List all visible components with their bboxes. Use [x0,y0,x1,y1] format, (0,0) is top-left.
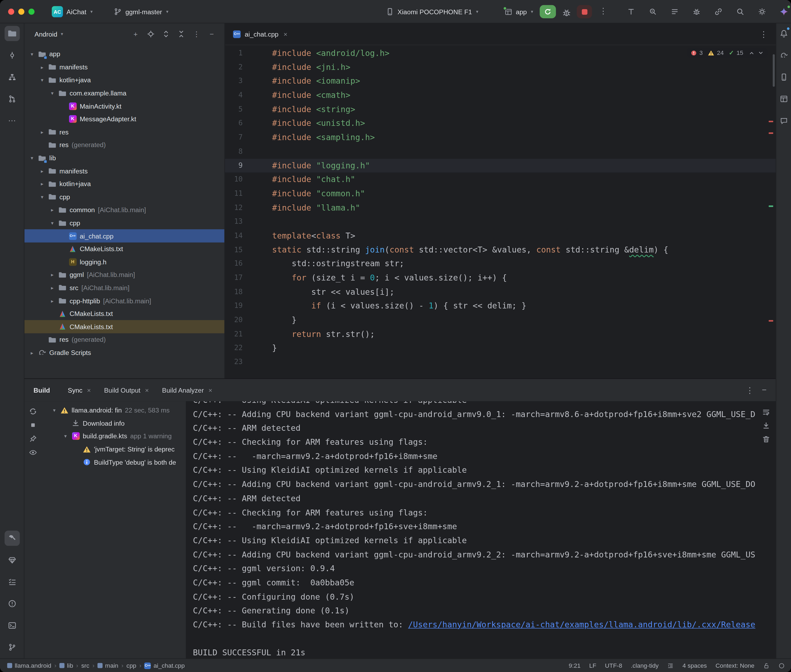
console-line[interactable]: BUILD SUCCESSFUL in 21s [193,646,776,658]
tree-item-jvmtarget-string-is-deprec[interactable]: 'jvmTarget: String' is deprec [24,443,186,456]
close-tab-icon[interactable]: × [145,386,149,394]
code-line-2[interactable]: #include <jni.h> [225,60,776,74]
locate-file-button[interactable] [145,28,157,40]
code-line-13[interactable] [225,214,776,229]
cursor-position-widget[interactable]: 9:21 [569,662,581,669]
console-line[interactable]: C/C++: -- Generating done (0.1s) [193,604,776,618]
expand-all-button[interactable] [160,28,172,40]
project-view-selector[interactable]: Android ▾ [34,30,63,38]
tree-item-lib[interactable]: ▾lib [24,152,225,165]
inspections-widget[interactable]: 3 24 ✓ 15 [687,48,768,58]
tree-item-cmakelists-txt[interactable]: CMakeLists.txt [24,243,225,256]
structure-tool-button[interactable] [4,69,20,85]
code-line-14[interactable]: template<class T> [225,229,776,243]
tree-item-build-gradle-kts[interactable]: ▾Kbuild.gradle.ktsapp 1 warning [24,430,186,443]
editor-options-icon[interactable]: ⋮ [759,29,776,39]
collapse-all-button[interactable] [175,28,187,40]
panel-options-button[interactable]: ⋮ [190,28,202,40]
tab-sync[interactable]: Sync× [61,379,98,401]
editor-body[interactable]: #include <android/log.h>#include <jni.h>… [225,45,776,378]
stop-button[interactable] [577,5,592,18]
version-control-tool-button[interactable] [4,640,20,655]
commit-tool-button[interactable] [4,48,20,63]
console-line[interactable]: C/C++: -- Adding CPU backend variant ggm… [193,547,776,562]
console-link[interactable]: /Users/hanyin/Workspace/ai-chat/examples… [408,620,755,629]
console-line[interactable]: C/C++: -- ggml commit: 0a0bba05e [193,576,776,590]
console-line[interactable]: C/C++: -- Adding CPU backend variant ggm… [193,407,776,421]
code-line-8[interactable] [225,144,776,158]
chevron-expanded-icon[interactable]: ▾ [38,77,46,83]
problems-tool-button[interactable] [4,596,20,611]
chevron-collapsed-icon[interactable]: ▸ [38,181,46,187]
tree-item-res[interactable]: ▸res [24,126,225,139]
code-line-20[interactable]: } [225,313,776,327]
link-tool-button[interactable] [712,6,725,18]
tree-item-cpp[interactable]: ▾cpp [24,190,225,203]
console-line[interactable]: C/C++: -- Build files have been written … [193,618,776,632]
chevron-expanded-icon[interactable]: ▾ [48,90,56,96]
build-tool-button[interactable] [4,531,20,546]
tab-ai-chat-cpp[interactable]: C++ ai_chat.cpp × [225,23,294,45]
project-tool-button[interactable] [4,26,20,41]
tree-item-src[interactable]: ▸src[AiChat.lib.main] [24,281,225,294]
console-line[interactable]: C/C++: -- Configuring done (0.7s) [193,590,776,604]
chevron-collapsed-icon[interactable]: ▸ [38,130,46,135]
device-manager-button[interactable] [778,71,789,83]
indent-widget[interactable]: 4 spaces [682,662,707,669]
code-line-5[interactable]: #include <string> [225,102,776,117]
code-line-19[interactable]: if (i < values.size() - 1) { str << deli… [225,299,776,313]
tree-item-app[interactable]: ▾app [24,48,225,61]
tree-item-ggml[interactable]: ▸ggml[AiChat.lib.main] [24,268,225,281]
chevron-collapsed-icon[interactable]: ▸ [48,272,56,278]
code-line-15[interactable]: static std::string join(const std::vecto… [225,243,776,257]
device-selector[interactable]: Xiaomi POCOPHONE F1 ▾ [383,4,481,19]
status-indicator-button[interactable] [778,662,785,669]
build-panel-options-icon[interactable]: ⋮ [746,386,754,395]
task-list-button[interactable] [669,6,681,18]
code-search-button[interactable] [647,6,659,18]
error-stripe-mark[interactable] [769,121,773,122]
code-line-16[interactable]: std::ostringstream str; [225,257,776,271]
tree-item-common[interactable]: ▸common[AiChat.lib.main] [24,203,225,216]
console-line[interactable]: C/C++: -- Using KleidiAI optimized kerne… [193,463,776,477]
tree-item-mainactivity-kt[interactable]: KMainActivity.kt [24,99,225,112]
more-actions-icon[interactable]: ⋮ [599,6,607,16]
tree-item-kotlin-java[interactable]: ▾kotlin+java [24,74,225,86]
console-line[interactable]: C/C++: -- -march=armv9.2-a+dotprod+fp16+… [193,520,776,533]
clear-console-icon[interactable] [762,435,770,443]
line-number-gutter[interactable]: 1234567891011121314151617181920212223 [225,46,243,369]
breadcrumb-item-main[interactable]: main [98,662,118,669]
terminal-tool-button[interactable] [4,618,20,633]
vcs-branch-selector[interactable]: ggml-master ▾ [111,4,172,19]
soft-wrap-icon[interactable] [762,408,770,416]
chevron-expanded-icon[interactable]: ▾ [48,220,56,226]
zoom-window-button[interactable] [29,9,35,15]
hide-build-panel-icon[interactable]: − [762,386,767,395]
layout-inspector-button[interactable] [778,93,789,105]
breadcrumb-item-ai-chat-cpp[interactable]: C++ai_chat.cpp [144,662,185,669]
code-line-17[interactable]: for (size_t i = 0; i < values.size(); i+… [225,271,776,285]
code-style-button[interactable] [667,662,674,669]
chevron-collapsed-icon[interactable]: ▸ [38,64,46,70]
console-line[interactable]: C/C++: -- ggml version: 0.9.4 [193,562,776,576]
build-console[interactable]: C/C++: -- Using KleidiAI optimized kerne… [186,401,776,658]
tree-item-logging-h[interactable]: Hlogging.h [24,256,225,268]
chevron-collapsed-icon[interactable]: ▸ [48,298,56,304]
chevron-expanded-icon[interactable]: ▾ [61,434,69,439]
line-separator-widget[interactable]: LF [589,662,596,669]
tree-item-kotlin-java[interactable]: ▸kotlin+java [24,178,225,190]
code-line-4[interactable]: #include <cmath> [225,88,776,102]
breadcrumb-item-cpp[interactable]: cpp [127,662,136,669]
close-tab-icon[interactable]: × [208,386,212,394]
tree-item-gradle-scripts[interactable]: ▸Gradle Scripts [24,346,225,359]
encoding-widget[interactable]: UTF-8 [605,662,622,669]
code-line-12[interactable]: #include "llama.h" [225,201,776,214]
tree-item-cmakelists-txt[interactable]: CMakeLists.txt [24,320,225,333]
code-line-10[interactable]: #include "chat.h" [225,173,776,187]
breadcrumb-item-src[interactable]: src [81,662,89,669]
dependencies-tool-button[interactable] [4,552,20,568]
console-line[interactable]: C/C++: -- ARM detected [193,421,776,435]
next-issue-icon[interactable] [757,50,764,56]
tree-item-download-info[interactable]: Download info [24,417,186,430]
tree-item-manifests[interactable]: ▸manifests [24,61,225,74]
